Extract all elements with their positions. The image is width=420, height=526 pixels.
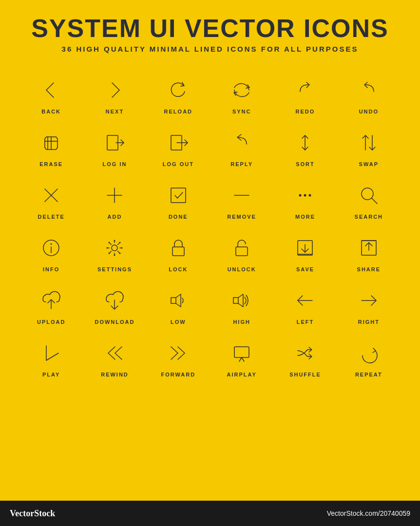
- high-icon: [228, 287, 255, 314]
- unlock-label: UNLOCK: [228, 266, 256, 272]
- svg-line-20: [372, 198, 377, 204]
- icon-cell-reload: RELOAD: [147, 68, 210, 120]
- logout-icon: [165, 129, 192, 156]
- icon-cell-erase: ERASE: [19, 120, 83, 173]
- reload-label: RELOAD: [164, 109, 192, 114]
- info-label: INFO: [43, 266, 59, 272]
- redo-label: REDO: [296, 109, 315, 114]
- icon-cell-remove: REMOVE: [210, 173, 273, 225]
- play-icon: [38, 339, 65, 367]
- lock-icon: [165, 234, 192, 262]
- repeat-label: REPEAT: [355, 372, 382, 377]
- icon-cell-left: LEFT: [273, 278, 337, 331]
- low-label: LOW: [171, 319, 186, 325]
- left-icon: [291, 287, 319, 314]
- svg-rect-36: [233, 298, 238, 303]
- swap-label: SWAP: [359, 161, 379, 167]
- icon-cell-rewind: REWIND: [83, 331, 146, 383]
- lock-label: LOCK: [169, 266, 188, 272]
- icon-cell-delete: DELETE: [19, 173, 83, 225]
- search-label: SEARCH: [355, 214, 383, 220]
- delete-icon: [38, 182, 65, 209]
- icon-cell-save: SAVE: [273, 225, 337, 278]
- unlock-icon: [228, 234, 255, 262]
- download-label: DOWNLOAD: [95, 319, 134, 325]
- play-label: PLAY: [42, 372, 60, 377]
- svg-point-18: [309, 194, 311, 197]
- icon-cell-swap: SWAP: [337, 120, 401, 173]
- icon-cell-login: LOG IN: [83, 120, 146, 173]
- more-label: MORE: [295, 214, 315, 220]
- rewind-label: REWIND: [101, 372, 129, 377]
- high-label: HIGH: [233, 319, 250, 325]
- footer-url: VectorStock.com/20740059: [327, 509, 410, 517]
- svg-point-23: [51, 244, 52, 245]
- svg-rect-35: [171, 298, 176, 303]
- icon-cell-unlock: UNLOCK: [210, 225, 273, 278]
- forward-label: FORWARD: [161, 372, 196, 377]
- icon-cell-logout: LOG OUT: [147, 120, 210, 173]
- download-icon: [101, 287, 128, 314]
- icon-cell-reply: REPLY: [210, 120, 273, 173]
- right-icon: [355, 287, 382, 314]
- reply-icon: [228, 129, 255, 156]
- icon-cell-play: PLAY: [19, 331, 83, 383]
- icon-cell-low: LOW: [147, 278, 210, 331]
- icon-cell-redo: REDO: [273, 68, 337, 120]
- done-icon: [165, 182, 192, 209]
- icon-cell-share: SHARE: [337, 225, 401, 278]
- right-label: RIGHT: [358, 319, 380, 325]
- icon-cell-more: MORE: [273, 173, 337, 225]
- next-label: NEXT: [106, 109, 124, 114]
- login-label: LOG IN: [103, 161, 127, 167]
- share-label: SHARE: [357, 266, 381, 272]
- add-label: ADD: [108, 214, 122, 220]
- shuffle-icon: [291, 339, 319, 367]
- airplay-icon: [228, 339, 255, 367]
- upload-label: UPLOAD: [37, 319, 65, 325]
- remove-label: REMOVE: [227, 214, 256, 220]
- undo-icon: [355, 76, 382, 104]
- icon-cell-info: INFO: [19, 225, 83, 278]
- svg-rect-25: [172, 247, 184, 256]
- upload-icon: [38, 287, 65, 314]
- sort-icon: [291, 129, 319, 156]
- add-icon: [101, 182, 128, 209]
- svg-point-24: [112, 245, 117, 251]
- back-label: BACK: [41, 109, 61, 114]
- svg-rect-39: [234, 347, 249, 357]
- back-icon: [38, 76, 65, 104]
- icon-cell-back: BACK: [19, 68, 83, 120]
- svg-rect-14: [171, 188, 186, 203]
- footer-brand: VectorStock: [10, 508, 55, 519]
- icon-cell-forward: FORWARD: [147, 331, 210, 383]
- remove-icon: [228, 182, 255, 209]
- left-label: LEFT: [297, 319, 314, 325]
- save-icon: [291, 234, 319, 262]
- share-icon: [355, 234, 382, 262]
- save-label: SAVE: [296, 266, 314, 272]
- svg-point-17: [304, 194, 306, 197]
- forward-icon: [165, 339, 192, 367]
- delete-label: DELETE: [38, 214, 64, 220]
- settings-icon: [101, 234, 128, 262]
- icons-grid: BACK NEXT RELOAD: [19, 68, 401, 383]
- icon-cell-settings: SETTINGS: [83, 225, 146, 278]
- swap-icon: [355, 129, 382, 156]
- icon-cell-repeat: REPEAT: [337, 331, 401, 383]
- sort-label: SORT: [296, 161, 315, 167]
- icon-cell-airplay: AIRPLAY: [210, 331, 273, 383]
- redo-icon: [291, 76, 319, 104]
- logout-label: LOG OUT: [163, 161, 194, 167]
- svg-point-16: [299, 194, 302, 197]
- erase-icon: [38, 129, 65, 156]
- icon-cell-download: DOWNLOAD: [83, 278, 146, 331]
- icon-cell-right: RIGHT: [337, 278, 401, 331]
- page-title: SYSTEM UI VECTOR ICONS: [19, 15, 401, 42]
- info-icon: [38, 234, 65, 262]
- icon-cell-undo: UNDO: [337, 68, 401, 120]
- reload-icon: [165, 76, 192, 104]
- airplay-label: AIRPLAY: [227, 372, 257, 377]
- icon-cell-sort: SORT: [273, 120, 337, 173]
- next-icon: [101, 76, 128, 104]
